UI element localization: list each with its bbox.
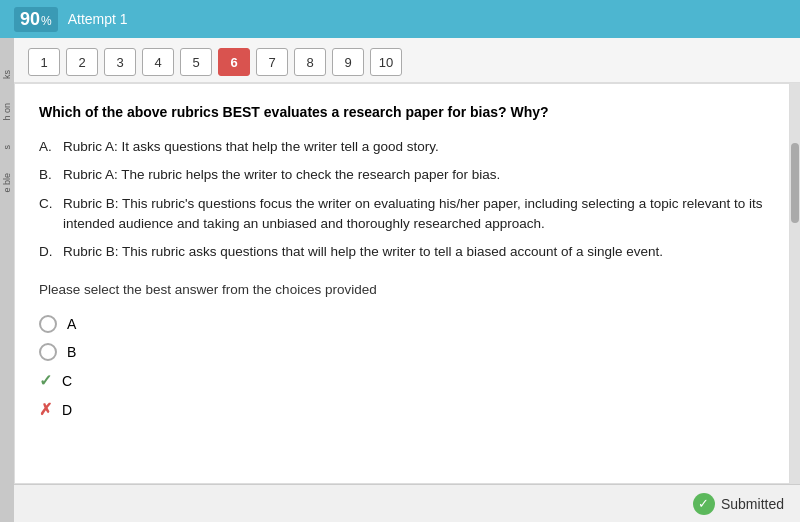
answer-options: A B ✓ C ✗ D <box>39 315 765 419</box>
choice-item-3: D.Rubric B: This rubric asks questions t… <box>39 242 765 262</box>
choice-letter-3: D. <box>39 242 63 262</box>
choice-letter-0: A. <box>39 137 63 157</box>
answer-label-D: D <box>62 402 72 418</box>
answer-option-B[interactable]: B <box>39 343 765 361</box>
answer-option-D[interactable]: ✗ D <box>39 400 765 419</box>
choice-item-2: C.Rubric B: This rubric's questions focu… <box>39 194 765 235</box>
content-area: 12345678910 Which of the above rubrics B… <box>14 38 800 522</box>
choice-text-2: Rubric B: This rubric's questions focus … <box>63 194 765 235</box>
sidebar-label-4: e ble <box>0 171 14 195</box>
answer-label-A: A <box>67 316 76 332</box>
sidebar: ks h on s e ble <box>0 38 14 522</box>
tab-btn-8[interactable]: 8 <box>294 48 326 76</box>
radio-circle-B[interactable] <box>39 343 57 361</box>
tab-btn-9[interactable]: 9 <box>332 48 364 76</box>
tabs-bar: 12345678910 <box>14 38 800 83</box>
correct-indicator: ✓ <box>39 371 52 390</box>
answer-label-C: C <box>62 373 72 389</box>
scrollbar-thumb[interactable] <box>791 143 799 223</box>
answer-option-A[interactable]: A <box>39 315 765 333</box>
instruction-text: Please select the best answer from the c… <box>39 282 765 297</box>
choice-item-1: B.Rubric A: The rubric helps the writer … <box>39 165 765 185</box>
choice-letter-2: C. <box>39 194 63 235</box>
tab-btn-10[interactable]: 10 <box>370 48 402 76</box>
tab-btn-1[interactable]: 1 <box>28 48 60 76</box>
submitted-icon: ✓ <box>693 493 715 515</box>
choice-text-3: Rubric B: This rubric asks questions tha… <box>63 242 765 262</box>
tab-btn-7[interactable]: 7 <box>256 48 288 76</box>
sidebar-label-2: h on <box>0 101 14 123</box>
answer-option-C[interactable]: ✓ C <box>39 371 765 390</box>
score-percent-symbol: % <box>41 14 52 28</box>
score-badge: 90% <box>14 7 58 32</box>
sidebar-label-3: s <box>0 143 14 152</box>
submitted-badge: ✓ Submitted <box>693 493 784 515</box>
choice-item-0: A.Rubric A: It asks questions that help … <box>39 137 765 157</box>
header: 90% Attempt 1 <box>0 0 800 38</box>
question-text: Which of the above rubrics BEST evaluate… <box>39 102 765 123</box>
main-wrapper: ks h on s e ble 12345678910 Which of the… <box>0 38 800 522</box>
bottom-bar: ✓ Submitted <box>14 484 800 522</box>
choices-list: A.Rubric A: It asks questions that help … <box>39 137 765 262</box>
tab-btn-3[interactable]: 3 <box>104 48 136 76</box>
tab-btn-4[interactable]: 4 <box>142 48 174 76</box>
submitted-label: Submitted <box>721 496 784 512</box>
tab-btn-2[interactable]: 2 <box>66 48 98 76</box>
choice-text-0: Rubric A: It asks questions that help th… <box>63 137 765 157</box>
answer-label-B: B <box>67 344 76 360</box>
radio-circle-A[interactable] <box>39 315 57 333</box>
sidebar-label-1: ks <box>0 68 14 81</box>
tab-btn-5[interactable]: 5 <box>180 48 212 76</box>
attempt-label: Attempt 1 <box>68 11 128 27</box>
choice-letter-1: B. <box>39 165 63 185</box>
tab-btn-6[interactable]: 6 <box>218 48 250 76</box>
question-panel: Which of the above rubrics BEST evaluate… <box>14 83 790 484</box>
incorrect-indicator: ✗ <box>39 400 52 419</box>
score-value: 90 <box>20 9 40 30</box>
scrollbar-track[interactable] <box>790 83 800 484</box>
choice-text-1: Rubric A: The rubric helps the writer to… <box>63 165 765 185</box>
